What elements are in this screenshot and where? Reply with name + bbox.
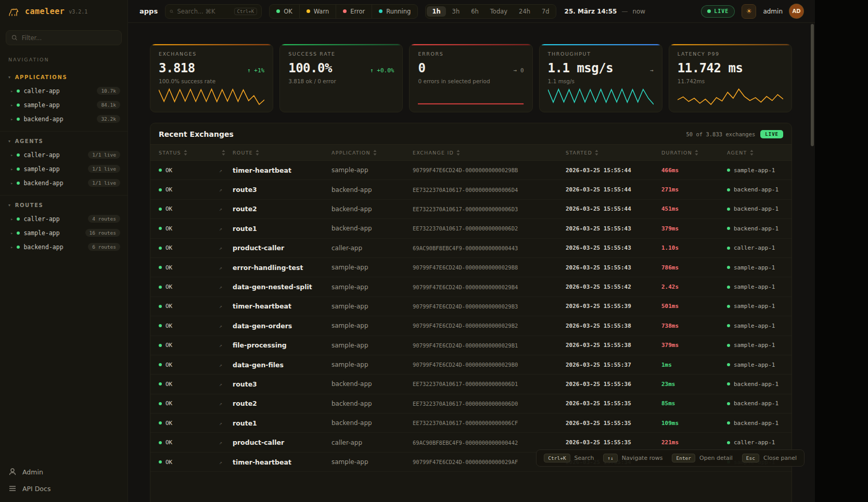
stat-card[interactable]: SUCCESS RATE 100.0% ↑ +0.0% 3.818 ok / 0… [279,44,403,112]
table-row[interactable]: OK ↗ data-gen-nested-split sample-app 90… [150,277,792,297]
sidebar-item[interactable]: ▸ backend-app 6 routes [4,240,123,254]
avatar[interactable]: AD [789,4,803,18]
flow-arrow-icon: ↗ [219,420,231,426]
table-row[interactable]: OK ↗ error-handling-test sample-app 9079… [150,258,792,277]
stat-value: 100.0% [288,61,332,75]
sidebar-item[interactable]: ▸ backend-app 1/1 live [4,176,123,190]
sidebar-section-header[interactable]: ▾ APPLICATIONS [4,71,123,84]
sidebar-item[interactable]: ▸ sample-app 84.1k [4,98,123,112]
status-dot [17,168,20,171]
global-search-box[interactable]: Ctrl+K [165,4,262,19]
scrollbar-thumb[interactable] [811,24,814,146]
sidebar-item[interactable]: ▸ caller-app 10.7k [4,84,123,98]
sidebar-item-badge: 1/1 live [88,151,120,159]
agent-status-dot [727,305,730,308]
sidebar-item[interactable]: ▸ sample-app 16 routes [4,226,123,240]
stat-label: ERRORS [418,51,524,57]
sidebar-section-header[interactable]: ▾ ROUTES [4,199,123,212]
status-filter-pill[interactable]: Error [336,5,372,18]
sidebar-item[interactable]: ▸ sample-app 1/1 live [4,162,123,176]
agent-name: backend-app-1 [734,205,778,212]
search-icon [11,34,18,41]
theme-toggle-button[interactable]: ☀ [742,4,756,19]
status-filter-pill[interactable]: Running [372,5,417,18]
time-range-button[interactable]: 7d [537,6,555,17]
table-row[interactable]: OK ↗ route2 backend-app EE7322370A10617-… [150,200,792,219]
sidebar-item-label: sample-app [23,101,59,109]
exchange-id-cell: EE7322370A10617-00000000000006CF [413,420,564,426]
live-badge: LIVE [760,130,783,138]
sidebar-item-badge: 84.1k [97,101,120,109]
table-row[interactable]: OK ↗ data-gen-orders sample-app 90799F47… [150,316,792,336]
stat-card[interactable]: ERRORS 0 → 0 0 errors in selected period [409,44,532,112]
stat-label: LATENCY P99 [678,51,783,57]
sidebar-item-badge: 16 routes [85,229,120,237]
flow-arrow-icon: ↗ [219,226,231,231]
sparkline-chart [678,88,783,106]
global-search-input[interactable] [177,8,230,15]
page-scrollbar[interactable] [811,24,814,499]
card-accent-line [669,44,792,45]
sidebar-api-docs-link[interactable]: API Docs [8,484,119,493]
column-header[interactable]: APPLICATION [331,150,411,156]
time-range-button[interactable]: 6h [466,6,484,17]
application-cell: backend-app [331,186,411,194]
column-header[interactable]: STATUS [159,150,217,156]
column-header[interactable]: STARTED [566,150,659,156]
sidebar-section: ▾ ROUTES ▸ caller-app 4 routes ▸ sample-… [0,195,127,259]
topbar: apps Ctrl+K OK Warn [128,0,815,23]
sidebar-item[interactable]: ▸ caller-app 4 routes [4,212,123,226]
live-toggle[interactable]: LIVE [701,5,735,18]
table-row[interactable]: OK ↗ timer-heartbeat sample-app 90799F47… [150,161,792,180]
started-cell: 2026-03-25 15:55:44 [566,167,659,174]
kbd-badge: Enter [672,454,695,462]
table-row[interactable]: OK ↗ route1 backend-app EE7322370A10617-… [150,219,792,238]
started-cell: 2026-03-25 15:55:39 [566,303,659,310]
column-header[interactable]: EXCHANGE ID [413,150,564,156]
stat-card[interactable]: EXCHANGES 3.818 ↑ +1% 100.0% success rat… [150,44,273,112]
table-row[interactable]: OK ↗ data-gen-files sample-app 90799F47E… [150,355,792,375]
duration-cell: 738ms [661,323,725,329]
duration-cell: 379ms [661,225,725,232]
brand-header: cameleer v3.2.1 [0,0,127,23]
table-row[interactable]: OK ↗ file-processing sample-app 90799F47… [150,336,792,355]
stat-subtext: 11.742ms [678,78,783,84]
table-row[interactable]: OK ↗ timer-heartbeat sample-app 90799F47… [150,297,792,316]
window-end-label: now [632,8,645,15]
sparkline-chart [288,88,394,106]
stat-card[interactable]: THROUGHPUT 1.1 msg/s → 1.1 msg/s [539,44,662,112]
time-range-button[interactable]: 24h [514,6,535,17]
sidebar-item[interactable]: ▸ backend-app 32.2k [4,112,123,126]
time-range-button[interactable]: Today [485,6,513,17]
stat-card[interactable]: LATENCY P99 11.742 ms 11.742ms [669,44,792,112]
column-label: APPLICATION [331,150,371,156]
agent-name: sample-app-1 [734,284,775,290]
column-header[interactable] [219,150,231,156]
sidebar-filter-input[interactable] [22,34,116,42]
table-row[interactable]: OK ↗ route3 backend-app EE7322370A10617-… [150,180,792,199]
chevron-right-icon: ▸ [10,166,13,172]
time-range-button[interactable]: 3h [447,6,465,17]
time-range-button[interactable]: 1h [427,6,445,17]
table-row[interactable]: OK ↗ route2 backend-app EE7322370A10617-… [150,394,792,414]
column-header[interactable]: ROUTE [233,150,329,156]
table-row[interactable]: OK ↗ product-caller caller-app 69AC90BF8… [150,239,792,258]
status-cell: OK [159,323,217,329]
sidebar-admin-link[interactable]: Admin [8,468,119,476]
sort-icon [456,150,460,156]
stat-value: 0 [418,61,425,75]
sidebar-item-label: caller-app [23,87,59,95]
column-header[interactable]: DURATION [661,150,725,156]
column-header[interactable]: AGENT [727,150,783,156]
sidebar-section-header[interactable]: ▾ AGENTS [4,135,123,148]
table-row[interactable]: OK ↗ route3 backend-app EE7322370A10617-… [150,375,792,394]
route-cell: route3 [233,380,329,388]
status-filter-pill[interactable]: OK [270,5,299,18]
status-filter-pill[interactable]: Warn [299,5,336,18]
sidebar-item[interactable]: ▸ caller-app 1/1 live [4,148,123,162]
agent-status-dot [727,227,730,230]
table-body: OK ↗ timer-heartbeat sample-app 90799F47… [150,161,792,472]
sidebar-filter-box[interactable] [6,30,122,45]
table-row[interactable]: OK ↗ route1 backend-app EE7322370A10617-… [150,414,792,433]
status-cell: OK [159,186,217,193]
